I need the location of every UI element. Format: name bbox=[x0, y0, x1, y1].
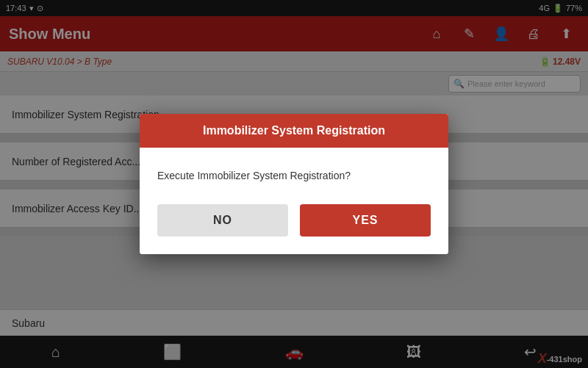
no-button[interactable]: NO bbox=[157, 204, 288, 237]
modal-message: Execute Immobilizer System Registration? bbox=[157, 168, 431, 184]
modal-dialog: Immobilizer System Registration Execute … bbox=[140, 114, 448, 254]
modal-header: Immobilizer System Registration bbox=[140, 114, 448, 148]
modal-overlay: Immobilizer System Registration Execute … bbox=[0, 0, 588, 368]
modal-body: Execute Immobilizer System Registration?… bbox=[140, 148, 448, 254]
modal-title: Immobilizer System Registration bbox=[203, 124, 385, 137]
yes-button[interactable]: YES bbox=[300, 204, 431, 237]
modal-buttons: NO YES bbox=[157, 204, 431, 237]
